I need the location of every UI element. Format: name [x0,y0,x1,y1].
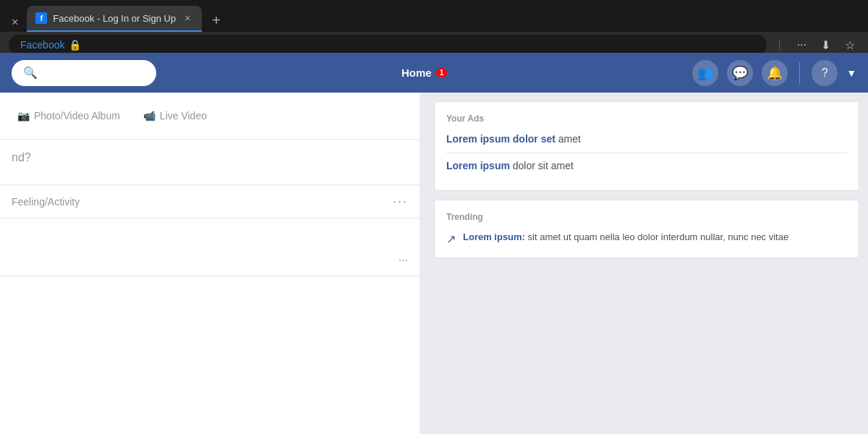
tab-close-button[interactable]: × [182,11,193,25]
facebook-navbar: 🔍 Home 1 👥 💬 🔔 ? ▼ [0,53,868,93]
post-section: nd? [0,140,420,185]
ad-item-2: Lorem ipsum dolor sit amet [446,159,847,174]
home-label: Home [401,67,432,79]
video-icon: 📹 [143,110,156,122]
gap-spacer [420,93,425,434]
nav-center: Home 1 [156,61,692,85]
pocket-button[interactable]: ⬇ [817,37,835,54]
home-nav-item[interactable]: Home 1 [390,61,459,85]
trending-section: Trending ↗ Lorem ipsum: sit amet ut quam… [434,200,859,258]
lock-icon: 🔒 [69,39,81,51]
home-badge: 1 [436,68,448,77]
ad-item-1-bold: Lorem ipsum dolor set [446,133,556,145]
bell-icon: 🔔 [767,65,783,81]
ad-item-2-regular: dolor sit amet [513,160,574,171]
live-video-action[interactable]: 📹 Live Video [137,104,213,127]
ad-item-1-regular: amet [558,133,581,145]
right-panel: Your Ads Lorem ipsum dolor set amet Lore… [425,93,868,434]
friends-icon-button[interactable]: 👥 [692,60,718,86]
ads-section: Your Ads Lorem ipsum dolor set amet Lore… [434,101,859,191]
ads-title: Your Ads [446,114,847,124]
bookmark-button[interactable]: ☆ [841,37,859,54]
trending-item-1: ↗ Lorem ipsum: sit amet ut quam nella le… [446,231,847,246]
ad-item-2-bold: Lorem ipsum [446,160,510,171]
post-area: ··· [0,218,420,276]
live-video-label: Live Video [160,110,207,122]
tab-bar: × f Facebook - Log In or Sign Up × + [0,0,868,32]
browser-chrome: × f Facebook - Log In or Sign Up × + Fac… [0,0,868,53]
search-icon: 🔍 [23,66,38,80]
messenger-icon: 💬 [732,65,748,81]
trending-text: Lorem ipsum: sit amet ut quam nella leo … [463,231,788,244]
photo-video-album-action[interactable]: 📷 Photo/Video Album [12,104,126,127]
notifications-icon-button[interactable]: 🔔 [762,60,788,86]
nav-separator [799,62,800,84]
trending-regular: sit amet ut quam nella leo dolor interdu… [528,231,789,242]
nav-icons: 👥 💬 🔔 ? ▼ [692,60,856,86]
account-menu-button[interactable]: ▼ [846,67,856,79]
post-question: nd? [12,151,408,164]
trending-chart-icon: ↗ [446,232,456,246]
photo-video-label: Photo/Video Album [34,110,120,122]
search-box[interactable]: 🔍 [12,60,156,86]
active-tab[interactable]: f Facebook - Log In or Sign Up × [27,6,202,32]
separator: | [778,38,781,51]
help-icon: ? [822,67,828,80]
trending-bold: Lorem ipsum: [463,231,525,242]
help-button[interactable]: ? [812,60,838,86]
main-content: 📷 Photo/Video Album 📹 Live Video nd? Fee… [0,93,868,434]
feeling-section: Feeling/Activity ··· [0,185,420,218]
friends-icon: 👥 [697,65,713,81]
ad-item-1: Lorem ipsum dolor set amet [446,132,847,147]
feeling-more-button[interactable]: ··· [393,194,408,209]
ad-divider [446,153,847,153]
create-post-actions: 📷 Photo/Video Album 📹 Live Video [0,93,420,140]
camera-icon: 📷 [17,110,30,122]
left-panel: 📷 Photo/Video Album 📹 Live Video nd? Fee… [0,93,420,434]
window-close-button[interactable]: × [6,13,24,32]
post-more-dots[interactable]: ··· [399,254,408,267]
tab-favicon: f [35,12,47,24]
more-options-button[interactable]: ··· [793,37,811,53]
feeling-label: Feeling/Activity [12,196,80,208]
address-text: Facebook [20,39,64,51]
address-bar[interactable]: Facebook 🔒 [9,35,767,55]
messenger-icon-button[interactable]: 💬 [727,60,753,86]
tab-title: Facebook - Log In or Sign Up [53,13,176,24]
chevron-down-icon: ▼ [846,67,856,79]
new-tab-button[interactable]: + [205,9,228,32]
trending-title: Trending [446,212,847,222]
